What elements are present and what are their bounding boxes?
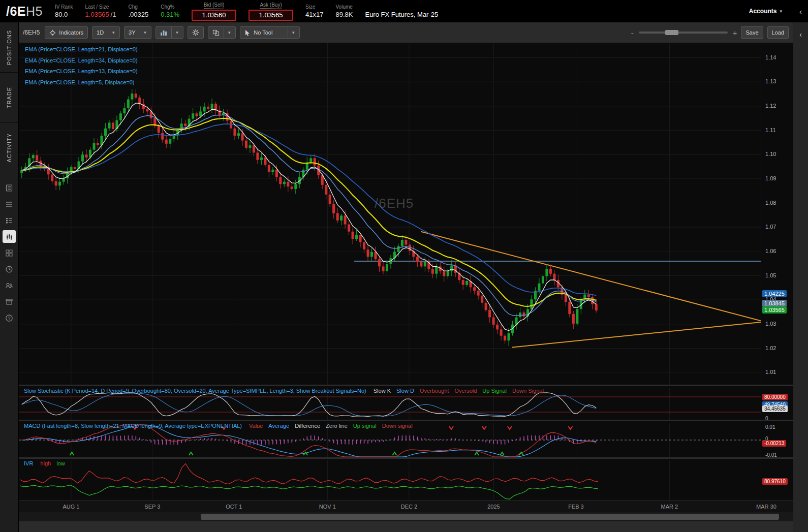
legend-item: Up signal bbox=[353, 423, 377, 429]
ivr-title: IVR bbox=[24, 460, 33, 466]
stochastic-pane[interactable]: Slow Stochastic (K Period=14, D Period=9… bbox=[19, 385, 761, 420]
chevron-down-icon: ▼ bbox=[140, 27, 147, 38]
sidebar-tab-positions[interactable]: POSITIONS bbox=[0, 22, 18, 73]
bottom-strip bbox=[19, 521, 793, 532]
expand-panel-icon[interactable]: ‹ bbox=[793, 30, 808, 39]
drawing-tool-dropdown[interactable]: No Tool ▼ bbox=[240, 26, 300, 39]
accounts-button[interactable]: Accounts▾ bbox=[749, 8, 782, 15]
y-axis-label: 1.10 bbox=[765, 151, 776, 157]
macd-title: MACD (Fast length=8, Slow length=21, MAC… bbox=[24, 423, 242, 429]
study-label: EMA (Price=CLOSE, Length=21, Displace=0) bbox=[25, 44, 138, 55]
left-sidebar: POSITIONS TRADE ACTIVITY ? bbox=[0, 22, 19, 532]
time-axis: AUG 1SEP 3OCT 1NOV 1DEC 22025FEB 3MAR 2M… bbox=[19, 500, 793, 512]
watchlist-icon[interactable] bbox=[3, 198, 16, 210]
study-label: EMA (Price=CLOSE, Length=5, Displace=0) bbox=[25, 77, 138, 88]
x-axis-label: 2025 bbox=[487, 504, 500, 510]
y-axis-label: 1.07 bbox=[765, 224, 776, 230]
macd-value-bubble: -0.00213 bbox=[762, 440, 786, 447]
sidebar-tab-trade[interactable]: TRADE bbox=[0, 73, 18, 123]
charts-icon[interactable] bbox=[3, 230, 16, 243]
price-axis[interactable]: 1.141.131.121.111.101.091.081.071.061.05… bbox=[761, 43, 793, 385]
size-label: Size bbox=[305, 4, 315, 10]
y-axis-label: 1.09 bbox=[765, 175, 776, 181]
x-axis-label: AUG 1 bbox=[63, 504, 79, 510]
last-size-label: Last / Size bbox=[85, 4, 109, 10]
y-axis-label: 1.14 bbox=[765, 54, 776, 60]
price-pane[interactable]: EMA (Price=CLOSE, Length=21, Displace=0)… bbox=[19, 43, 761, 385]
tools-box-icon[interactable] bbox=[3, 295, 16, 308]
ivr-value-bubble: 80.97610 bbox=[762, 478, 788, 485]
legend-item: Slow K bbox=[374, 388, 391, 394]
save-button[interactable]: Save bbox=[741, 26, 763, 39]
cursor-icon bbox=[244, 29, 251, 36]
sidebar-tab-activity[interactable]: ACTIVITY bbox=[0, 123, 18, 173]
history-clock-icon[interactable] bbox=[3, 263, 16, 275]
scrollbar-thumb[interactable] bbox=[201, 514, 779, 520]
contract-description: Euro FX Futures, Mar-25 bbox=[365, 11, 438, 18]
analyze-icon[interactable] bbox=[3, 181, 16, 194]
toolbar-symbol-label: /6EH5 bbox=[23, 29, 40, 36]
last-size-stat: Last / Size 1.03565/1 bbox=[85, 4, 116, 18]
y-axis-label: 1.06 bbox=[765, 248, 776, 254]
y-axis-label: 1.13 bbox=[765, 78, 776, 84]
zoom-in-button[interactable]: + bbox=[733, 28, 737, 37]
chg-label: Chg bbox=[128, 4, 137, 10]
y-axis-label: 1.08 bbox=[765, 200, 776, 206]
iv-rank-stat: IV Rank 80.0 bbox=[55, 4, 73, 18]
ask-buy-button[interactable]: 1.03565 bbox=[248, 10, 293, 21]
volume-stat: Volume 89.8K bbox=[335, 4, 353, 18]
stochastic-axis: 80.0000049.7454034.456350 bbox=[761, 385, 793, 420]
chg-value: .00325 bbox=[128, 11, 148, 18]
legend-item: Average bbox=[268, 423, 289, 429]
zoom-out-button[interactable]: - bbox=[631, 28, 634, 37]
ivr-pane[interactable]: IVRhighlow bbox=[19, 457, 761, 500]
legend-item: Slow D bbox=[396, 388, 414, 394]
x-axis-label: DEC 2 bbox=[401, 504, 417, 510]
bar-chart-icon bbox=[160, 29, 167, 36]
iv-rank-label: IV Rank bbox=[55, 4, 73, 10]
legend-item: low bbox=[56, 460, 65, 466]
grid-icon[interactable] bbox=[3, 246, 16, 259]
study-label: EMA (Price=CLOSE, Length=34, Displace=0) bbox=[25, 55, 138, 67]
ask-label: Ask (Buy) bbox=[260, 2, 282, 9]
chart-style-dropdown[interactable]: ▼ bbox=[156, 26, 183, 39]
chart-watermark: /6EH5 bbox=[375, 196, 414, 211]
x-axis-label: SEP 3 bbox=[144, 504, 160, 510]
legend-item: Zero line bbox=[326, 423, 348, 429]
symbol-title: /6EH5 bbox=[6, 4, 43, 19]
x-axis-label: NOV 1 bbox=[319, 504, 336, 510]
volume-label: Volume bbox=[335, 4, 352, 10]
macd-axis: 0.010-0.00213-0.01 bbox=[761, 420, 793, 457]
macd-pane[interactable]: MACD (Fast length=8, Slow length=21, MAC… bbox=[19, 420, 761, 457]
x-axis-label: MAR 30 bbox=[756, 504, 776, 510]
legend-item: Down signal bbox=[382, 423, 413, 429]
chart-scrollbar[interactable] bbox=[19, 512, 793, 521]
gear-icon bbox=[192, 29, 199, 36]
orders-icon[interactable] bbox=[3, 214, 16, 227]
chg-stat: Chg .00325 bbox=[128, 4, 148, 18]
timeframe-dropdown[interactable]: 1D▼ bbox=[92, 26, 120, 39]
y-axis-label: 1.02 bbox=[765, 345, 776, 351]
range-dropdown[interactable]: 3Y▼ bbox=[124, 26, 151, 39]
help-icon[interactable]: ? bbox=[3, 311, 16, 324]
pattern-icon bbox=[212, 29, 220, 36]
zoom-slider-thumb[interactable] bbox=[665, 30, 678, 35]
chart-settings-button[interactable] bbox=[188, 26, 204, 39]
price-bubble: 1.03845 bbox=[762, 300, 787, 307]
patterns-dropdown[interactable]: ▼ bbox=[208, 26, 236, 39]
legend-item: Down Signal bbox=[512, 388, 544, 394]
zoom-slider[interactable] bbox=[639, 32, 728, 34]
study-labels: EMA (Price=CLOSE, Length=21, Displace=0)… bbox=[25, 44, 138, 88]
bid-label: Bid (Sell) bbox=[204, 2, 225, 9]
right-collapsed-panel: ‹ bbox=[793, 22, 808, 532]
bid-sell-button[interactable]: 1.03560 bbox=[192, 10, 236, 21]
collapse-panel-icon[interactable]: ‹ bbox=[799, 7, 802, 16]
quote-header: /6EH5 IV Rank 80.0 Last / Size 1.03565/1… bbox=[0, 0, 808, 22]
legend-item: high bbox=[40, 460, 51, 466]
svg-text:?: ? bbox=[8, 316, 11, 321]
chg-pct-value: 0.31% bbox=[161, 11, 179, 18]
load-button[interactable]: Load bbox=[767, 26, 789, 39]
chevron-down-icon: ▼ bbox=[108, 27, 115, 38]
indicators-button[interactable]: Indicators bbox=[45, 26, 88, 39]
community-icon[interactable] bbox=[3, 279, 16, 292]
